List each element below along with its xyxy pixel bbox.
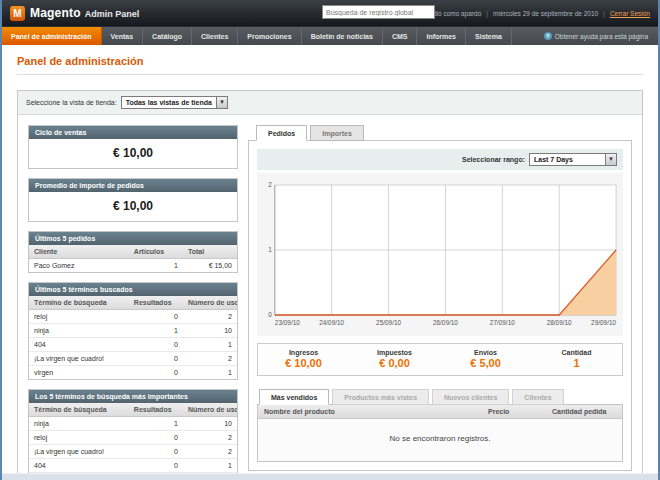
lifetime-sales-title: Ciclo de ventas [29,126,237,139]
uses-cell: 1 [183,338,237,352]
column-header: Cliente [29,245,129,259]
main-nav: Panel de administración Ventas Catálogo … [2,26,658,45]
svg-text:23/09/10: 23/09/10 [275,319,300,326]
column-header: Término de búsqueda [29,403,129,417]
dashboard-left-column: Ciclo de ventas € 10,00 Promedio de impo… [28,125,238,480]
help-label: Obtener ayuda para esta página [555,33,648,40]
results-cell: 0 [129,366,183,380]
nav-item-catalogo[interactable]: Catálogo [143,27,192,45]
range-selector-bar: Seleccionar rango: Last 7 Days ▼ [257,149,623,170]
uses-cell: 2 [183,431,237,445]
table-row[interactable]: ninja 1 10 [29,324,237,338]
table-row[interactable]: reloj 0 2 [29,431,237,445]
help-link[interactable]: ? Obtener ayuda para esta página [544,27,658,45]
total-impuestos: Impuestos € 0,00 [349,344,440,375]
tab-importes[interactable]: Importes [310,125,364,141]
current-date-label: miércoles 29 de septiembre de 2010 [493,10,598,17]
results-cell: 0 [129,459,183,473]
orders-panel: Seleccionar rango: Last 7 Days ▼ 01223/0… [248,140,632,471]
total-value: € 10,00 [258,357,349,369]
svg-text:26/09/10: 26/09/10 [433,319,458,326]
bestsellers-grid: Nombre del producto Precio Cantidad pedi… [257,404,623,462]
table-row[interactable]: ninja 1 10 [29,417,237,431]
total-ingresos: Ingresos € 10,00 [258,344,349,375]
total-label: Ingresos [258,349,349,356]
table-row[interactable]: Paco Gomez 1 € 15,00 [29,259,237,273]
column-header: Término de búsqueda [29,296,129,310]
column-header: Resultados [129,296,183,310]
table-row[interactable]: virgen 0 1 [29,366,237,380]
uses-cell: 10 [183,324,237,338]
tab-pedidos[interactable]: Pedidos [256,125,307,141]
nav-item-informes[interactable]: Informes [417,27,466,45]
term-cell: ¡La virgen que cuadro! [29,352,129,366]
term-cell: ninja [29,417,129,431]
term-cell: ¡La virgen que cuadro! [29,445,129,459]
nav-item-sistema[interactable]: Sistema [466,27,512,45]
nav-item-cms[interactable]: CMS [383,27,418,45]
svg-text:1: 1 [268,246,272,253]
results-cell: 0 [129,352,183,366]
nav-item-clientes[interactable]: Clientes [192,27,238,45]
table-row[interactable]: 404 0 1 [29,338,237,352]
magento-logo: M Magento Admin Panel [10,6,139,21]
uses-cell: 10 [183,417,237,431]
separator: | [481,10,493,17]
column-header: Cantidad pedida [546,405,622,418]
uses-cell: 1 [183,459,237,473]
total-envios: Envíos € 5,00 [440,344,531,375]
lifetime-sales-box: Ciclo de ventas € 10,00 [28,125,238,169]
logo-text: Magento [30,6,81,20]
svg-text:2: 2 [268,181,272,188]
nav-item-promociones[interactable]: Promociones [238,27,301,45]
lifetime-sales-value: € 10,00 [29,139,237,168]
chevron-down-icon: ▼ [605,154,616,165]
term-cell: virgen [29,366,129,380]
table-row[interactable]: 404 0 1 [29,459,237,473]
total-value: € 0,00 [349,357,440,369]
total-value: € 5,00 [440,357,531,369]
grid-header-row: Nombre del producto Precio Cantidad pedi… [258,405,622,419]
title-divider [17,74,643,75]
tab-mas-vendidos[interactable]: Más vendidos [259,389,329,405]
uses-cell: 1 [183,366,237,380]
total-cantidad: Cantidad 1 [531,344,622,375]
table-row[interactable]: ¡La virgen que cuadro! 0 2 [29,445,237,459]
dashboard-container: Seleccione la vista de tienda: Todas las… [17,90,643,480]
last-search-terms-title: Últimos 5 términos buscados [29,283,237,296]
svg-text:25/09/10: 25/09/10 [376,319,401,326]
store-switcher-bar: Seleccione la vista de tienda: Todas las… [18,91,642,115]
last-orders-table: Cliente Artículos Total Paco Gomez 1 € 1… [29,245,237,272]
nav-item-dashboard[interactable]: Panel de administración [2,27,102,45]
results-cell: 0 [129,338,183,352]
top-search-terms-title: Los 5 términos de búsqueda más important… [29,390,237,403]
column-header: Precio [482,405,546,418]
table-row[interactable]: ¡La virgen que cuadro! 0 2 [29,352,237,366]
svg-text:28/09/10: 28/09/10 [547,319,572,326]
chart-tabs: Pedidos Importes [248,125,632,141]
term-cell: 404 [29,338,129,352]
dashboard-right-column: Pedidos Importes Seleccionar rango: Last… [248,125,632,480]
help-icon: ? [544,32,552,40]
bottom-frame-strip [2,473,658,480]
customer-cell: Paco Gomez [29,259,129,273]
total-label: Envíos [440,349,531,356]
column-header: Número de usos [183,296,237,310]
store-view-select[interactable]: Todas las vistas de tienda ▼ [121,96,228,109]
column-header: Número de usos [183,403,237,417]
range-select[interactable]: Last 7 Days ▼ [529,153,617,166]
orders-chart-svg: 01223/09/1024/09/1025/09/1026/09/1027/09… [259,177,621,335]
nav-item-ventas[interactable]: Ventas [102,27,144,45]
store-switcher-label: Seleccione la vista de tienda: [26,99,117,106]
items-cell: 1 [129,259,183,273]
table-row[interactable]: reloj 0 2 [29,310,237,324]
tab-clientes: Clientes [512,389,563,405]
top-search-terms-box: Los 5 términos de búsqueda más important… [28,389,238,480]
results-cell: 0 [129,310,183,324]
global-search-input[interactable] [322,5,435,19]
results-cell: 1 [129,417,183,431]
logout-link[interactable]: Cerrar Sesión [610,10,650,17]
orders-chart: 01223/09/1024/09/1025/09/1026/09/1027/09… [257,173,623,336]
column-header: Nombre del producto [258,405,482,418]
nav-item-boletin[interactable]: Boletín de noticias [302,27,383,45]
